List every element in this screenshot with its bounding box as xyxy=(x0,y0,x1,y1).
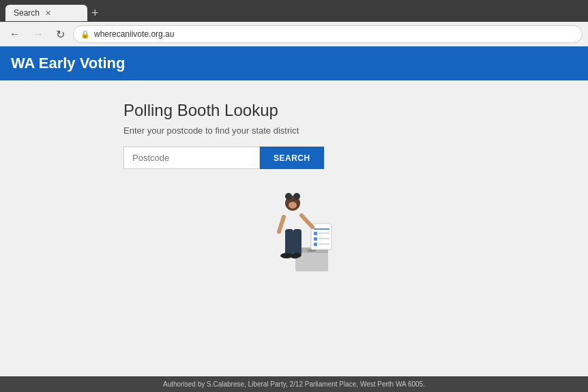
svg-rect-19 xyxy=(293,229,302,255)
back-button[interactable]: ← xyxy=(5,27,25,42)
address-bar-row: ← → ↻ 🔒 wherecaniivote.org.au xyxy=(0,22,588,46)
main-content: Polling Booth Lookup Enter your postcode… xyxy=(0,80,588,292)
address-text: wherecaniivote.org.au xyxy=(94,29,174,39)
svg-rect-9 xyxy=(314,243,317,246)
svg-rect-18 xyxy=(285,229,293,255)
footer: Authorised by S.Calabrese, Liberal Party… xyxy=(0,376,588,392)
site-header: WA Early Voting xyxy=(0,46,588,80)
search-row: SEARCH xyxy=(123,147,465,169)
lookup-title: Polling Booth Lookup xyxy=(123,101,465,120)
svg-rect-7 xyxy=(314,237,317,241)
browser-chrome: Search ✕ + ← → ↻ 🔒 wherecaniivote.org.au xyxy=(0,0,588,46)
site-title: WA Early Voting xyxy=(11,55,125,72)
tab-title: Search xyxy=(14,8,40,18)
lock-icon: 🔒 xyxy=(80,30,90,39)
svg-point-12 xyxy=(285,193,292,200)
lookup-section: Polling Booth Lookup Enter your postcode… xyxy=(123,101,465,169)
svg-point-14 xyxy=(289,202,297,209)
address-bar[interactable]: 🔒 wherecaniivote.org.au xyxy=(73,25,583,43)
browser-tab[interactable]: Search ✕ xyxy=(5,5,87,21)
illustration xyxy=(246,176,342,271)
svg-line-16 xyxy=(302,215,312,227)
svg-point-20 xyxy=(280,253,293,258)
tab-close-icon[interactable]: ✕ xyxy=(45,9,51,18)
footer-text: Authorised by S.Calabrese, Liberal Party… xyxy=(163,380,425,388)
tab-bar: Search ✕ + xyxy=(0,0,588,22)
svg-rect-15 xyxy=(284,211,302,230)
lookup-subtitle: Enter your postcode to find your state d… xyxy=(123,125,465,136)
page-content: WA Early Voting Polling Booth Lookup Ent… xyxy=(0,46,588,392)
postcode-input[interactable] xyxy=(123,147,260,169)
new-tab-button[interactable]: + xyxy=(87,6,103,20)
svg-line-17 xyxy=(279,217,284,232)
svg-point-13 xyxy=(293,193,300,200)
svg-rect-5 xyxy=(314,232,317,235)
search-button[interactable]: SEARCH xyxy=(260,147,324,169)
reload-button[interactable]: ↻ xyxy=(52,27,69,42)
forward-button[interactable]: → xyxy=(29,27,48,42)
